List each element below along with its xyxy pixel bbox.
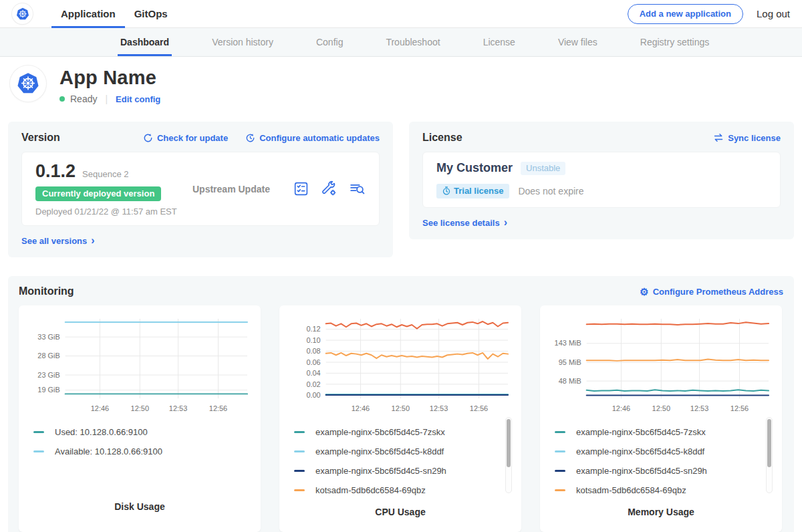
chart-plot: 48 MiB95 MiB143 MiB12:4612:5012:5312:56 [548, 313, 774, 414]
svg-text:12:46: 12:46 [352, 404, 370, 412]
svg-text:12:53: 12:53 [690, 404, 708, 412]
config-wrench-icon[interactable] [321, 180, 338, 197]
svg-text:48 MiB: 48 MiB [559, 377, 581, 385]
tab-config[interactable]: Config [313, 28, 346, 56]
svg-text:12:46: 12:46 [91, 404, 109, 412]
deploy-logs-icon[interactable] [349, 180, 366, 197]
legend-label: example-nginx-5bc6f5d4c5-sn29h [315, 466, 446, 476]
svg-text:0.00: 0.00 [306, 391, 320, 399]
charts-row: 19 GiB23 GiB28 GiB33 GiB12:4612:5012:531… [19, 305, 783, 532]
svg-text:95 MiB: 95 MiB [559, 358, 581, 366]
legend-item: example-nginx-5bc6f5d4c5-7zskx [555, 422, 771, 442]
app-sub-nav: DashboardVersion historyConfigTroublesho… [0, 28, 802, 57]
channel-badge: Unstable [521, 162, 565, 175]
chart-legend: Used: 10.128.0.66:9100Available: 10.128.… [27, 414, 253, 495]
chart-title: Disk Usage [27, 501, 253, 512]
check-for-update-link[interactable]: Check for update [143, 133, 228, 143]
license-type-badge: Trial license [436, 184, 509, 198]
legend-item: example-nginx-5bc6f5d4c5-sn29h [555, 461, 771, 481]
deployed-timestamp: Deployed 01/21/22 @ 11:57 am EST [35, 207, 192, 217]
svg-text:143 MiB: 143 MiB [555, 339, 581, 347]
chevron-right-icon: › [91, 235, 94, 246]
chart-plot: 0.000.020.040.060.080.100.1212:4612:5012… [287, 313, 513, 414]
legend-label: example-nginx-5bc6f5d4c5-7zskx [576, 427, 706, 437]
chart-plot: 19 GiB23 GiB28 GiB33 GiB12:4612:5012:531… [27, 313, 253, 414]
legend-item: example-nginx-5bc6f5d4c5-k8ddf [294, 442, 511, 461]
top-nav-item-application[interactable]: Application [51, 0, 125, 27]
deployed-badge: Currently deployed version [35, 186, 161, 201]
legend-item: example-nginx-5bc6f5d4c5-k8ddf [555, 442, 771, 461]
status-dot [59, 96, 65, 102]
tab-view-files[interactable]: View files [555, 28, 600, 56]
chart-card-cpu-usage: 0.000.020.040.060.080.100.1212:4612:5012… [279, 305, 521, 532]
top-nav-items: ApplicationGitOps [51, 0, 177, 27]
legend-swatch [33, 431, 44, 433]
preflight-checks-icon[interactable] [293, 180, 309, 197]
logout-button[interactable]: Log out [757, 8, 790, 19]
tab-dashboard[interactable]: Dashboard [118, 28, 172, 56]
gear-icon: ⚙ [640, 287, 648, 297]
tab-license[interactable]: License [481, 28, 518, 56]
legend-swatch [33, 450, 44, 452]
clock-refresh-icon [245, 133, 255, 143]
sync-icon [713, 133, 724, 142]
svg-text:28 GiB: 28 GiB [37, 352, 59, 360]
top-nav-item-gitops[interactable]: GitOps [125, 0, 177, 27]
configure-prometheus-link[interactable]: ⚙ Configure Prometheus Address [640, 287, 783, 297]
legend-item: example-nginx-5bc6f5d4c5-7zskx [294, 422, 511, 442]
svg-text:0.10: 0.10 [306, 336, 320, 344]
kubernetes-logo-icon [15, 71, 41, 96]
current-version-box: 0.1.2 Sequence 2 Currently deployed vers… [21, 152, 380, 226]
status-badge: Ready [70, 94, 97, 104]
legend-label: Used: 10.128.0.66:9100 [55, 427, 148, 437]
legend-label: example-nginx-5bc6f5d4c5-7zskx [315, 427, 445, 437]
legend-swatch [294, 470, 305, 472]
configure-automatic-updates-link[interactable]: Configure automatic updates [245, 133, 380, 143]
top-nav: ApplicationGitOps Add a new application … [0, 0, 802, 28]
add-application-button[interactable]: Add a new application [628, 4, 743, 24]
license-expiry: Does not expire [518, 186, 583, 196]
legend-item: kotsadm-5db6dc6584-69qbz [294, 481, 511, 500]
legend-scrollbar[interactable] [766, 417, 773, 493]
version-card: Version Check for update Configure au [8, 122, 393, 257]
monitoring-card: Monitoring ⚙ Configure Prometheus Addres… [8, 276, 794, 532]
monitoring-title: Monitoring [19, 285, 74, 297]
see-all-versions-link[interactable]: See all versions › [21, 236, 95, 247]
license-info-box: My Customer Unstable Trial license Does … [422, 152, 781, 208]
legend-scrollbar[interactable] [505, 417, 512, 493]
svg-text:0.04: 0.04 [306, 369, 320, 377]
refresh-icon [143, 133, 153, 143]
legend-label: example-nginx-5bc6f5d4c5-sn29h [576, 466, 707, 476]
svg-text:12:50: 12:50 [392, 404, 410, 412]
version-sequence: Sequence 2 [82, 169, 128, 179]
tab-registry-settings[interactable]: Registry settings [638, 28, 712, 56]
update-type-label: Upstream Update [192, 184, 293, 194]
svg-text:12:56: 12:56 [209, 404, 227, 412]
top-nav-right: Add a new application Log out [628, 0, 790, 27]
legend-swatch [294, 431, 305, 433]
see-license-details-link[interactable]: See license details › [422, 218, 507, 229]
chart-legend: example-nginx-5bc6f5d4c5-7zskxexample-ng… [287, 414, 513, 500]
page-title: App Name [59, 67, 160, 89]
legend-item: Available: 10.128.0.66:9100 [33, 442, 250, 461]
legend-swatch [294, 450, 305, 452]
license-card-title: License [422, 132, 462, 144]
svg-text:12:53: 12:53 [169, 404, 187, 412]
sync-license-link[interactable]: Sync license [713, 133, 781, 143]
legend-label: kotsadm-5db6dc6584-69qbz [576, 485, 686, 495]
legend-scrollbar-thumb[interactable] [767, 419, 771, 467]
legend-scrollbar-thumb[interactable] [507, 419, 511, 467]
chart-title: CPU Usage [287, 507, 513, 517]
tab-troubleshoot[interactable]: Troubleshoot [383, 28, 442, 56]
svg-text:12:50: 12:50 [652, 404, 670, 412]
svg-text:33 GiB: 33 GiB [37, 333, 59, 341]
license-card: License Sync license My Customer Unstabl… [409, 122, 794, 239]
kubernetes-logo-icon [12, 3, 33, 24]
legend-label: example-nginx-5bc6f5d4c5-k8ddf [315, 446, 444, 456]
customer-name: My Customer [436, 161, 513, 175]
tab-version-history[interactable]: Version history [209, 28, 276, 56]
chart-legend: example-nginx-5bc6f5d4c5-7zskxexample-ng… [548, 414, 774, 500]
edit-config-link[interactable]: Edit config [116, 94, 160, 104]
legend-label: kotsadm-5db6dc6584-69qbz [315, 485, 426, 495]
legend-label: example-nginx-5bc6f5d4c5-k8ddf [576, 446, 704, 456]
